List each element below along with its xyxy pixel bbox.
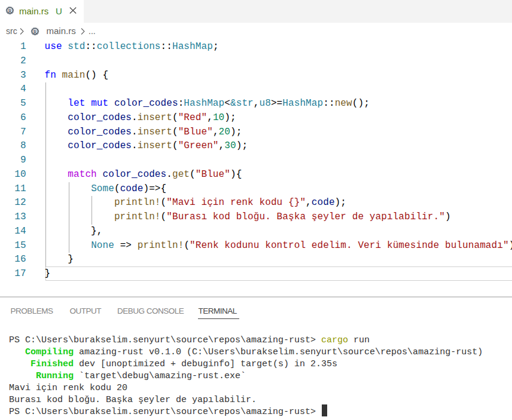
svg-text:R: R [8, 7, 13, 13]
svg-text:R: R [33, 28, 37, 34]
